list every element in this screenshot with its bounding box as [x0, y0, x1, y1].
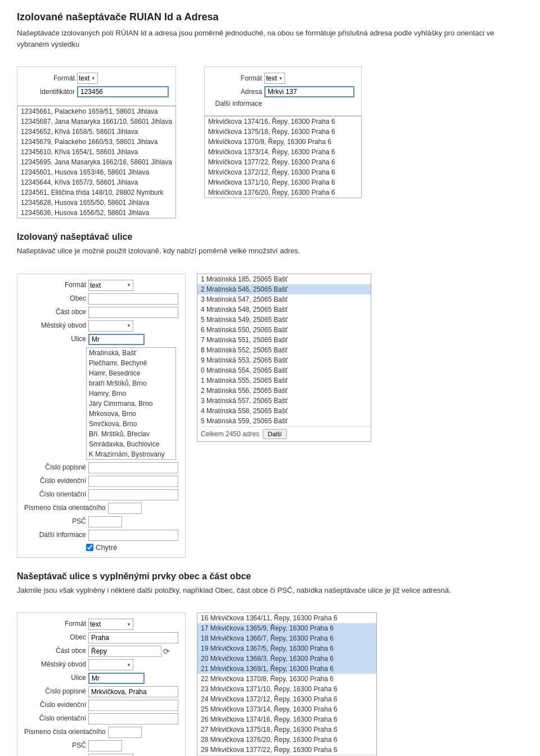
s2-ul-item-7[interactable]: Mrkosova, Brno — [87, 409, 176, 419]
s2-result-1[interactable]: 1 Mratínská 185, 25065 Bašť — [197, 274, 371, 284]
id-item-10[interactable]: 12345628, Husova 1655/50, 58601 Jihlava — [17, 198, 176, 208]
format-select-wrapper-2[interactable]: text — [264, 73, 285, 84]
s2-ul-item-3[interactable]: Hamr, Besednice — [87, 368, 176, 378]
id-item-2[interactable]: 12345687, Jana Masaryka 1661/10, 58601 J… — [17, 117, 176, 127]
s2-result-10[interactable]: 0 Mratínská 554, 25065 Bašť — [197, 365, 371, 375]
id-item-6[interactable]: 12345695, Jana Masaryka 1662/16, 58601 J… — [17, 157, 176, 167]
s2-co-input[interactable] — [88, 489, 178, 500]
s2-psc-row: PSČ — [24, 516, 178, 527]
s3-result-7[interactable]: 22 Mrkvičkova 1370/8, Řepy, 16300 Praha … — [197, 674, 376, 684]
s2-cast-input[interactable] — [88, 307, 178, 318]
addr-item-6[interactable]: Mrkvičkova 1372/12, Řepy, 16300 Praha 6 — [205, 167, 361, 177]
s2-result-12[interactable]: 2 Mratínská 556, 25065 Bašť — [197, 386, 371, 396]
s2-result-9[interactable]: 9 Mratínská 553, 25065 Bašť — [197, 355, 371, 365]
s3-result-6[interactable]: 21 Mrkvičkova 1369/1, Řepy, 16300 Praha … — [197, 664, 376, 674]
s3-result-11[interactable]: 26 Mrkvičkova 1374/16, Řepy, 16300 Praha… — [197, 714, 376, 724]
s2-format-select[interactable]: text — [89, 280, 127, 290]
s3-obec-label: Obec — [24, 632, 86, 641]
s2-dalsi-input[interactable] — [88, 530, 178, 541]
s2-cp-row: Číslo popisné — [24, 462, 178, 473]
s2-ce-label: Číslo evidenční — [24, 476, 86, 485]
s2-psc-input[interactable] — [88, 516, 122, 527]
s2-pis-input[interactable] — [108, 503, 142, 514]
addr-item-4[interactable]: Mrkvičkova 1373/14, Řepy, 16300 Praha 6 — [205, 147, 361, 157]
s2-result-14[interactable]: 4 Mratínská 558, 25065 Bašť — [197, 406, 371, 416]
s3-psc-input[interactable] — [88, 740, 122, 751]
addr-item-8[interactable]: Mrkvičkova 1376/20, Řepy, 16300 Praha 6 — [205, 187, 361, 198]
id-item-4[interactable]: 12345679, Palackého 1660/53, 58601 Jihla… — [17, 137, 176, 147]
s3-co-input[interactable] — [88, 713, 178, 724]
s3-result-9[interactable]: 24 Mrkvičkova 1372/12, Řepy, 16300 Praha… — [197, 694, 376, 704]
s2-dalsi-label: Další informace — [24, 530, 86, 539]
s3-format-select-wrapper[interactable]: text — [88, 619, 133, 630]
id-input[interactable] — [77, 86, 169, 97]
id-item-9[interactable]: 1234561, Eliščina třída 148/10, 28802 Ny… — [17, 187, 176, 198]
id-item-11[interactable]: 12345636, Husova 1656/52, 58601 Jihlava — [17, 208, 176, 218]
s3-result-13[interactable]: 28 Mrkvičkova 1376/20, Řepy, 16300 Praha… — [197, 735, 376, 745]
s2-ul-item-11[interactable]: K Mrazírnám, Bystrovany — [87, 449, 176, 459]
s3-result-1[interactable]: 16 Mrkvičkova 1364/11, Řepy, 16300 Praha… — [197, 613, 376, 623]
addr-item-3[interactable]: Mrkvičkova 1370/8, Řepy, 16300 Praha 6 — [205, 137, 361, 147]
format-select-wrapper-1[interactable]: text — [77, 73, 98, 84]
id-item-7[interactable]: 12345601, Husova 1653/46, 58601 Jihlava — [17, 167, 176, 177]
s2-result-15[interactable]: 5 Mratínská 559, 25065 Bašť — [197, 416, 371, 426]
s2-format-select-wrapper[interactable]: text — [88, 280, 133, 291]
s2-result-13[interactable]: 3 Mratínská 557, 25065 Bašť — [197, 396, 371, 406]
s2-obec-input[interactable] — [88, 293, 178, 305]
s3-result-10[interactable]: 25 Mrkvičkova 1373/14, Řepy, 16300 Praha… — [197, 704, 376, 714]
s2-ul-item-4[interactable]: bratří Mrštíků, Brno — [87, 378, 176, 388]
s2-obvod-select-wrapper[interactable] — [88, 320, 133, 332]
s3-ulice-input[interactable] — [88, 673, 145, 684]
addr-item-2[interactable]: Mrkvičkova 1375/18, Řepy, 16300 Praha 6 — [205, 127, 361, 137]
s2-result-7[interactable]: 7 Mratínská 551, 25065 Bašť — [197, 335, 371, 345]
s2-dalsi-row: Další informace — [24, 530, 178, 541]
s2-cp-input[interactable] — [88, 462, 178, 473]
id-item-1[interactable]: 12345661, Palackého 1659/51, 58601 Jihla… — [17, 106, 176, 117]
s2-ul-item-6[interactable]: Járy Cimrmana, Brno — [87, 399, 176, 409]
s2-result-11[interactable]: 1 Mratínská 555, 25065 Bašť — [197, 375, 371, 386]
addr-item-7[interactable]: Mrkvičkova 1371/10, Řepy, 16300 Praha 6 — [205, 177, 361, 187]
s3-dalsi-select-wrapper[interactable]: žádné — [88, 754, 133, 756]
id-item-8[interactable]: 12345644, Křivá 1657/3, 58601 Jihlava — [17, 177, 176, 187]
addr-input[interactable] — [264, 86, 354, 97]
s2-ul-item-10[interactable]: Smrádavka, Buchlovice — [87, 439, 176, 449]
s2-ul-item-9[interactable]: Bří. Mrštíků, Břeclav — [87, 429, 176, 439]
s3-result-2[interactable]: 17 Mrkvičkova 1365/9, Řepy, 16300 Praha … — [197, 623, 376, 633]
s2-result-2[interactable]: 2 Mratínská 546, 25065 Bašť — [197, 284, 371, 294]
s3-result-14[interactable]: 29 Mrkvičkova 1377/22, Řepy, 16300 Praha… — [197, 745, 376, 755]
s2-psc-label: PSČ — [24, 516, 86, 525]
s3-obvod-select-wrapper[interactable] — [88, 659, 133, 670]
s3-cast-input[interactable] — [88, 646, 161, 657]
s3-ce-input[interactable] — [88, 700, 178, 711]
s2-ce-input[interactable] — [88, 476, 178, 487]
s3-pis-input[interactable] — [108, 727, 142, 738]
s3-result-4[interactable]: 19 Mrkvičkova 1367/5, Řepy, 16300 Praha … — [197, 643, 376, 654]
format-select-2[interactable]: text — [265, 73, 278, 83]
s2-result-4[interactable]: 4 Mratínská 548, 25065 Bašť — [197, 305, 371, 315]
s2-ulice-input[interactable] — [88, 334, 145, 345]
s2-ul-item-2[interactable]: Plečhamr, Bechyně — [87, 358, 176, 368]
s3-result-8[interactable]: 23 Mrkvičkova 1371/10, Řepy, 16300 Praha… — [197, 684, 376, 694]
addr-item-1[interactable]: Mrkvičkova 1374/16, Řepy, 16300 Praha 6 — [205, 117, 361, 127]
s2-ul-item-1[interactable]: Mratínská, Bašť — [87, 348, 176, 358]
s2-ul-item-5[interactable]: Hamry, Brno — [87, 388, 176, 399]
s3-cp-input[interactable] — [88, 686, 178, 697]
s3-obec-input[interactable] — [88, 632, 178, 643]
id-item-3[interactable]: 12345652, Křivá 1658/5, 58601 Jihlava — [17, 127, 176, 137]
s2-result-3[interactable]: 3 Mratínská 547, 25065 Bašť — [197, 294, 371, 305]
s2-obvod-select[interactable] — [89, 321, 127, 331]
s3-format-select[interactable]: text — [89, 619, 127, 629]
id-item-5[interactable]: 12345610, Křivá 1654/1, 58601 Jihlava — [17, 147, 176, 157]
format-select-1[interactable]: text — [78, 73, 91, 83]
s2-result-8[interactable]: 8 Mratínská 552, 25065 Bašť — [197, 345, 371, 355]
s2-result-6[interactable]: 6 Mratínská 550, 25065 Bašť — [197, 325, 371, 335]
s3-result-12[interactable]: 27 Mrkvičkova 1375/18, Řepy, 16300 Praha… — [197, 724, 376, 735]
s3-result-5[interactable]: 20 Mrkvičkova 1368/3, Řepy, 16300 Praha … — [197, 654, 376, 664]
s2-chytre-checkbox[interactable] — [86, 544, 93, 551]
s3-result-3[interactable]: 18 Mrkvičkova 1366/7, Řepy, 16300 Praha … — [197, 633, 376, 643]
s2-ul-item-8[interactable]: Smrčkova, Brno — [87, 419, 176, 429]
addr-item-5[interactable]: Mrkvičkova 1377/22, Řepy, 16300 Praha 6 — [205, 157, 361, 167]
s2-next-btn[interactable]: Další — [263, 429, 287, 439]
s3-obvod-select[interactable] — [89, 660, 127, 670]
s2-result-5[interactable]: 5 Mratínská 549, 25065 Bašť — [197, 315, 371, 325]
